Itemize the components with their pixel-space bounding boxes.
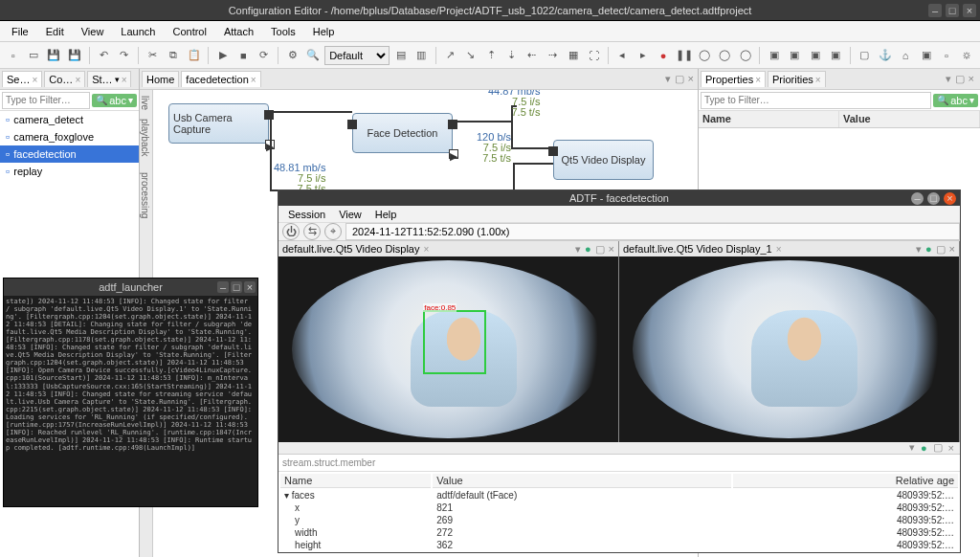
video-tab-left[interactable]: default.live.Qt5 Video Display	[282, 243, 420, 255]
strip-live[interactable]: live	[140, 96, 150, 110]
sub-relink-icon[interactable]: ⇆	[303, 223, 321, 240]
tool-panel4-icon[interactable]: ▣	[826, 46, 844, 65]
props-close-icon[interactable]: ×	[969, 73, 974, 85]
menu-edit[interactable]: Edit	[38, 24, 72, 39]
stream-row[interactable]: height362480939:52:…	[280, 540, 958, 550]
tool-settings-icon[interactable]: ⚙	[283, 46, 301, 65]
node-video-display[interactable]: Qt5 Video Display	[553, 140, 654, 180]
tool-run-icon[interactable]: ▶	[213, 46, 232, 65]
tool-saveall-icon[interactable]: 💾	[65, 46, 83, 65]
tool-fit-icon[interactable]: ⛶	[584, 46, 602, 65]
tool-x3-icon[interactable]: ⌂	[897, 46, 915, 65]
tool-down-icon[interactable]: ⇣	[502, 46, 521, 65]
col-name[interactable]: Name	[280, 474, 431, 488]
props-col-value[interactable]: Value	[839, 111, 980, 127]
canvas-close-icon[interactable]: ×	[688, 73, 694, 85]
menu-view[interactable]: View	[74, 24, 112, 39]
vid-opts-icon[interactable]: ▾	[575, 243, 581, 256]
menu-launch[interactable]: Launch	[113, 24, 163, 39]
session-facedetection[interactable]: ▫facedetection	[0, 145, 139, 163]
tab-streams[interactable]: St…▾×	[87, 71, 131, 87]
panel-close-icon[interactable]: ×	[948, 442, 954, 454]
sub-power-icon[interactable]: ⏻	[282, 223, 300, 240]
menu-control[interactable]: Control	[165, 24, 213, 39]
vid-rec-icon[interactable]: ●	[585, 243, 591, 256]
session-filter-input[interactable]	[2, 92, 90, 109]
tool-redo-icon[interactable]: ↷	[115, 46, 133, 65]
tool-prev-icon[interactable]: ◂	[613, 46, 632, 65]
tool-x5-icon[interactable]: ▫	[937, 46, 955, 65]
tool-open-icon[interactable]: ▭	[24, 46, 42, 65]
session-camera-foxglove[interactable]: ▫camera_foxglove	[0, 128, 139, 145]
stream-row[interactable]: y269480939:52:…	[280, 515, 958, 525]
menu-file[interactable]: File	[4, 24, 36, 39]
canvas-pin-icon[interactable]: ▢	[675, 73, 684, 85]
strip-processing[interactable]: processing	[140, 172, 150, 218]
session-camera-detect[interactable]: ▫camera_detect	[0, 111, 139, 128]
tab-facedetection[interactable]: facedetection×	[181, 71, 260, 87]
launch-profile-select[interactable]: Default	[324, 46, 390, 65]
tool-up-icon[interactable]: ⇡	[481, 46, 500, 65]
props-pin-icon[interactable]: ▢	[955, 73, 965, 85]
props-opts-icon[interactable]: ▾	[946, 73, 951, 85]
tool-rec-icon[interactable]: ●	[654, 46, 672, 65]
tool-undo-icon[interactable]: ↶	[94, 46, 112, 65]
strip-playback[interactable]: playback	[140, 119, 150, 156]
tab-home[interactable]: Home	[142, 71, 179, 87]
session-replay[interactable]: ▫replay	[0, 163, 139, 180]
tool-left-icon[interactable]: ⇠	[523, 46, 541, 65]
tool-unlink-icon[interactable]: ↘	[461, 46, 479, 65]
vid2-opts-icon[interactable]: ▾	[916, 243, 922, 256]
vid2-close-icon[interactable]: ×	[949, 243, 955, 256]
tool-circle3-icon[interactable]: ◯	[736, 46, 754, 65]
tool-copy-icon[interactable]: ⧉	[165, 46, 183, 65]
tool-cut-icon[interactable]: ✂	[144, 46, 162, 65]
tool-save-icon[interactable]: 💾	[45, 46, 63, 65]
sub-max-icon[interactable]: □	[927, 192, 940, 205]
facedetect-window[interactable]: ADTF - facedetection – □ × Session View …	[278, 189, 961, 553]
tool-panel1-icon[interactable]: ▣	[765, 46, 783, 65]
vid2-rec-icon[interactable]: ●	[925, 243, 932, 256]
port-in-icon[interactable]	[347, 120, 357, 129]
tool-circle2-icon[interactable]: ◯	[716, 46, 734, 65]
tool-search-icon[interactable]: 🔍	[304, 46, 323, 65]
tool-new-icon[interactable]: ▫	[4, 46, 22, 65]
tool-x2-icon[interactable]: ⚓	[876, 46, 894, 65]
tab-components[interactable]: Co…×	[44, 71, 85, 87]
tool-right-icon[interactable]: ⇢	[544, 46, 562, 65]
tool-grid-icon[interactable]: ▦	[564, 46, 582, 65]
video-tab-right[interactable]: default.live.Qt5 Video Display_1	[623, 243, 772, 255]
vid-pin-icon[interactable]: ▢	[595, 243, 605, 256]
menu-help[interactable]: Help	[305, 24, 343, 39]
sub-menu-view[interactable]: View	[333, 208, 368, 221]
tool-pause-icon[interactable]: ❚❚	[675, 46, 693, 65]
sub-close-icon[interactable]: ×	[944, 192, 956, 205]
launcher-close-icon[interactable]: ×	[244, 281, 256, 293]
panel-rec-icon[interactable]: ●	[921, 442, 927, 454]
launcher-min-icon[interactable]: –	[217, 281, 229, 293]
filter-mode-chip[interactable]: 🔍 abc ▾	[92, 94, 137, 107]
props-col-name[interactable]: Name	[699, 111, 839, 127]
sub-menu-help[interactable]: Help	[369, 208, 403, 221]
stream-row[interactable]: ▾ facesadtf/default (tFace)480939:52:…	[280, 490, 958, 501]
main-max-icon[interactable]: □	[946, 4, 959, 17]
stream-row[interactable]: x821480939:52:…	[280, 502, 958, 513]
tool-next-icon[interactable]: ▸	[634, 46, 652, 65]
tool-panel3-icon[interactable]: ▣	[806, 46, 824, 65]
props-filter-input[interactable]	[701, 92, 931, 109]
tool-a-icon[interactable]: ▤	[391, 46, 410, 65]
sub-min-icon[interactable]: –	[911, 192, 924, 205]
tool-x4-icon[interactable]: ▣	[917, 46, 935, 65]
tool-circle-icon[interactable]: ◯	[695, 46, 713, 65]
tool-refresh-icon[interactable]: ⟳	[255, 46, 273, 65]
stream-row[interactable]: width272480939:52:…	[280, 527, 958, 538]
panel-opts-icon[interactable]: ▾	[909, 441, 915, 454]
tool-panel2-icon[interactable]: ▣	[786, 46, 804, 65]
panel-pin-icon[interactable]: ▢	[933, 441, 943, 454]
tool-link-icon[interactable]: ↗	[441, 46, 459, 65]
menu-tools[interactable]: Tools	[263, 24, 303, 39]
vid2-pin-icon[interactable]: ▢	[936, 243, 946, 256]
props-filter-chip[interactable]: 🔍 abc ▾	[933, 94, 978, 107]
vid-close-icon[interactable]: ×	[609, 243, 614, 256]
tool-x6-icon[interactable]: ⛭	[958, 46, 976, 65]
